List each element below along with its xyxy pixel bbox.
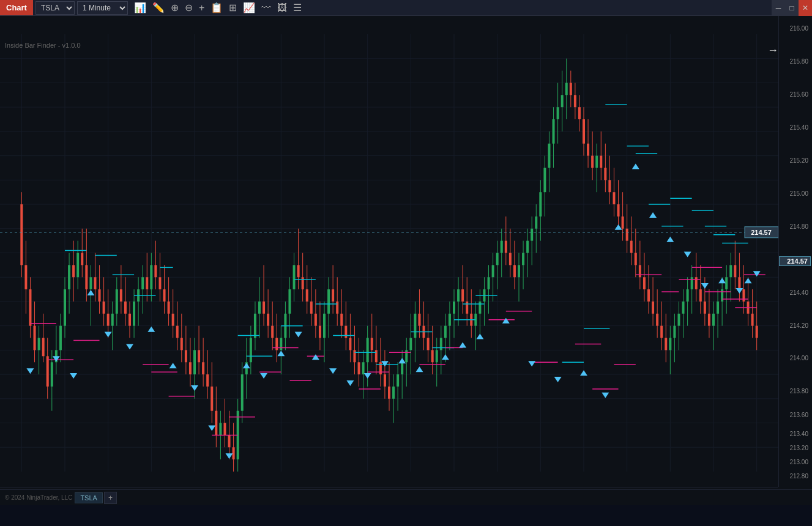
price-label: 215.80 <box>779 58 811 65</box>
timeframe-selector[interactable]: 1 Minute 5 Minute 15 Minute 1 Hour Daily <box>77 1 128 15</box>
add-tab-button[interactable]: + <box>104 492 117 504</box>
price-label: 215.40 <box>779 124 811 131</box>
draw-icon[interactable]: ✏️ <box>151 2 166 13</box>
copyright-text: © 2024 NinjaTrader, LLC <box>5 494 72 501</box>
price-label: 212.80 <box>779 473 811 480</box>
price-label: 213.80 <box>779 388 811 394</box>
chart-area: Inside Bar Finder - v1.0.0 → 216.00215.8… <box>0 16 812 505</box>
wave-icon[interactable]: 〰 <box>260 2 272 13</box>
price-label: 213.20 <box>779 445 811 451</box>
zoom-in-icon[interactable]: ⊕ <box>169 2 180 13</box>
minimize-button[interactable]: ─ <box>772 0 785 16</box>
price-label: 214.57 <box>779 256 811 266</box>
price-label: 214.80 <box>779 223 811 230</box>
window-controls: ─ □ ✕ <box>772 0 812 16</box>
price-label: 214.40 <box>779 289 811 296</box>
price-axis: 216.00215.80215.60215.40215.20215.00214.… <box>778 16 812 487</box>
chart-canvas[interactable] <box>0 16 778 505</box>
price-label: 215.00 <box>779 190 811 197</box>
zoom-out-icon[interactable]: ⊖ <box>184 2 194 13</box>
grid-icon[interactable]: ⊞ <box>228 2 238 13</box>
symbol-selector[interactable]: TSLA AAPL SPY NVDA <box>35 1 75 15</box>
price-label: 213.40 <box>779 431 811 437</box>
app-title: Chart <box>0 0 33 15</box>
arrow-right-icon: → <box>767 44 778 57</box>
trend-icon[interactable]: 📈 <box>242 2 256 13</box>
crosshair-icon[interactable]: + <box>198 2 206 13</box>
price-label: 214.00 <box>779 355 811 361</box>
properties-icon[interactable]: 📋 <box>209 2 224 13</box>
price-label: 215.20 <box>779 157 811 164</box>
tsla-tab[interactable]: TSLA <box>75 492 103 503</box>
close-button[interactable]: ✕ <box>799 0 812 16</box>
price-label: 216.00 <box>779 25 811 32</box>
bar-chart-icon[interactable]: 📊 <box>133 2 147 13</box>
footer: © 2024 NinjaTrader, LLC TSLA + <box>0 489 812 505</box>
price-label: 213.60 <box>779 412 811 418</box>
image-icon[interactable]: 🖼 <box>276 2 288 13</box>
titlebar: Chart TSLA AAPL SPY NVDA 1 Minute 5 Minu… <box>0 0 812 16</box>
chart-toolbar: 📊 ✏️ ⊕ ⊖ + 📋 ⊞ 📈 〰 🖼 ☰ <box>133 2 303 13</box>
price-label: 215.60 <box>779 91 811 98</box>
maximize-button[interactable]: □ <box>785 0 799 16</box>
menu-icon[interactable]: ☰ <box>292 2 303 13</box>
price-label: 214.20 <box>779 322 811 329</box>
price-label: 213.00 <box>779 459 811 465</box>
indicator-label: Inside Bar Finder - v1.0.0 <box>5 42 81 49</box>
